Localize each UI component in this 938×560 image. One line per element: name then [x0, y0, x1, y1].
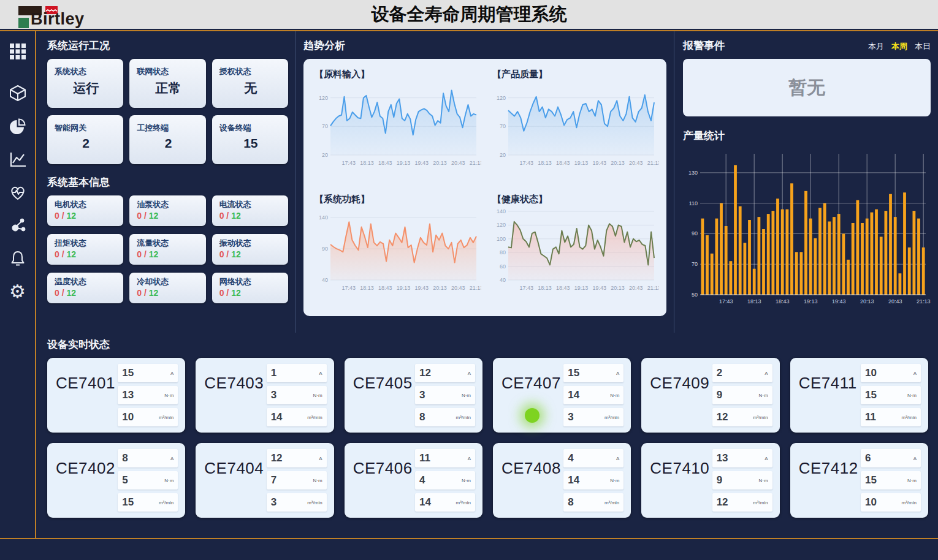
device-status-indicator [525, 408, 540, 423]
heart-pulse-icon[interactable] [7, 182, 28, 203]
trend-chart-svg: 40608010012014017:4318:1318:4319:1319:43… [490, 205, 659, 303]
device-measure-row: 15N·m [861, 471, 921, 490]
status-card: 设备终端15 [212, 115, 288, 164]
status-card: 系统状态运行 [47, 59, 123, 108]
device-measure-unit: A [468, 456, 471, 461]
device-measure-row: 15A [563, 364, 623, 382]
alarm-tab-本周[interactable]: 本周 [891, 41, 907, 52]
trend-chart-title: 【产品质量】 [492, 69, 659, 80]
svg-text:140: 140 [497, 208, 506, 214]
device-card-CE7409[interactable]: CE74092A9N·m12m³/min [641, 358, 779, 433]
device-measure-row: 7N·m [267, 471, 327, 490]
device-measurements: 13A9N·m12m³/min [712, 449, 772, 512]
device-measure-value: 5 [122, 474, 128, 486]
device-card-CE7405[interactable]: CE740512A3N·m8m³/min [345, 358, 482, 433]
device-measure-row: 4N·m [415, 471, 475, 490]
device-card-CE7407[interactable]: CE740715A14N·m3m³/min [493, 358, 631, 433]
device-measure-value: 8 [122, 452, 128, 464]
device-measure-value: 11 [419, 452, 430, 464]
device-measure-unit: A [913, 371, 917, 376]
info-total: 12 [231, 211, 241, 221]
svg-text:19:43: 19:43 [592, 160, 606, 166]
info-separator: / [144, 288, 149, 298]
device-measure-value: 12 [717, 496, 728, 509]
device-measure-row: 10A [861, 364, 921, 382]
brand-logo: Birtley [18, 2, 141, 27]
apps-grid-icon[interactable] [7, 41, 28, 62]
alarm-title: 报警事件 [683, 39, 725, 53]
svg-text:80: 80 [500, 249, 506, 255]
svg-text:21:13: 21:13 [470, 285, 481, 291]
info-card: 冷却状态0 / 12 [129, 273, 205, 303]
cube-icon[interactable] [7, 83, 28, 104]
device-measure-unit: m³/min [307, 415, 322, 420]
svg-text:20:43: 20:43 [451, 285, 465, 291]
svg-text:20:13: 20:13 [433, 285, 447, 291]
info-card-value: 0 / 12 [55, 288, 117, 298]
device-measure-unit: m³/min [902, 500, 917, 505]
status-card-value: 正常 [137, 80, 199, 97]
info-card: 流量状态0 / 12 [129, 234, 205, 265]
device-card-CE7406[interactable]: CE740611A4N·m14m³/min [345, 443, 482, 518]
trend-chart: 【原料输入】207012017:4318:1318:4319:1319:4320… [312, 66, 481, 187]
device-measure-value: 6 [865, 452, 871, 464]
device-card-CE7410[interactable]: CE741013A9N·m12m³/min [641, 443, 779, 518]
devices-grid: CE740115A13N·m10m³/minCE74031A3N·m14m³/m… [47, 358, 928, 518]
device-measure-row: 15m³/min [118, 493, 178, 512]
device-measure-unit: N·m [164, 478, 173, 483]
device-measure-unit: A [468, 371, 471, 376]
device-measure-unit: m³/min [456, 415, 471, 420]
device-card-CE7402[interactable]: CE74028A5N·m15m³/min [47, 443, 185, 518]
svg-text:50: 50 [692, 292, 698, 298]
device-measure-value: 15 [865, 474, 877, 486]
device-measure-value: 3 [419, 389, 425, 401]
svg-text:17:43: 17:43 [519, 160, 533, 166]
trend-panel: 【原料输入】207012017:4318:1318:4319:1319:4320… [303, 59, 666, 316]
device-measure-row: 4A [563, 449, 623, 467]
alarm-empty-text: 暂无 [788, 75, 825, 100]
info-total: 12 [66, 288, 76, 298]
trend-chart: 【健康状态】40608010012014017:4318:1318:4319:1… [490, 191, 659, 312]
info-separator: / [144, 249, 149, 259]
alarm-tab-本月[interactable]: 本月 [868, 41, 884, 52]
gear-icon[interactable]: ⚙ [7, 281, 28, 302]
production-title: 产量统计 [683, 129, 931, 143]
device-measure-value: 7 [271, 474, 276, 486]
pie-chart-icon[interactable] [7, 116, 28, 137]
svg-text:110: 110 [689, 200, 698, 206]
status-card-value: 运行 [55, 80, 117, 97]
logo-text: Birtley [31, 10, 85, 29]
system-status-cards: 系统状态运行联网状态正常授权状态无智能网关2工控终端2设备终端15 [47, 59, 288, 164]
device-card-CE7403[interactable]: CE74031A3N·m14m³/min [196, 358, 334, 433]
info-total: 12 [149, 288, 159, 298]
device-measure-unit: N·m [313, 478, 322, 483]
device-card-CE7411[interactable]: CE741110A15N·m11m³/min [790, 358, 928, 433]
status-card: 授权状态无 [212, 59, 288, 108]
alarm-tab-本日[interactable]: 本日 [915, 41, 931, 52]
info-count: 0 [219, 211, 227, 221]
device-name: CE7404 [204, 459, 264, 512]
info-card-label: 油泵状态 [137, 199, 199, 210]
device-measurements: 11A4N·m14m³/min [415, 449, 475, 512]
svg-text:20:13: 20:13 [611, 160, 625, 166]
bell-icon[interactable] [7, 248, 28, 269]
device-measure-row: 8A [118, 449, 178, 467]
device-measure-unit: N·m [164, 393, 173, 398]
device-measurements: 2A9N·m12m³/min [712, 364, 772, 426]
device-card-CE7412[interactable]: CE74126A15N·m10m³/min [790, 443, 928, 518]
device-card-CE7401[interactable]: CE740115A13N·m10m³/min [47, 358, 185, 433]
device-measure-unit: N·m [462, 393, 471, 398]
info-card-value: 0 / 12 [219, 211, 282, 221]
device-measure-value: 12 [717, 411, 728, 423]
device-measure-unit: N·m [759, 393, 768, 398]
molecule-icon[interactable] [7, 215, 28, 236]
line-chart-icon[interactable] [7, 149, 28, 170]
device-card-CE7404[interactable]: CE740412A7N·m3m³/min [196, 443, 334, 518]
info-count: 0 [219, 249, 227, 259]
trend-chart: 【系统功耗】409014017:4318:1318:4319:1319:4320… [312, 191, 481, 312]
device-measure-unit: m³/min [753, 415, 768, 420]
svg-text:120: 120 [497, 95, 506, 101]
system-column: 系统运行工况 系统状态运行联网状态正常授权状态无智能网关2工控终端2设备终端15… [37, 31, 296, 333]
svg-text:19:43: 19:43 [414, 160, 429, 166]
device-card-CE7408[interactable]: CE74084A14N·m8m³/min [493, 443, 631, 518]
